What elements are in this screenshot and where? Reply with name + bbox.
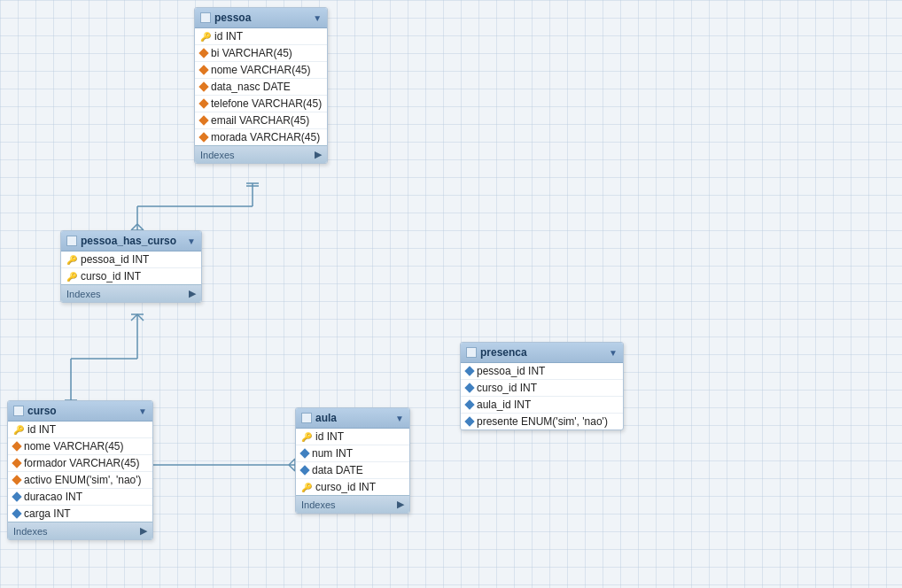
svg-line-18 [289, 459, 295, 465]
diamond-icon [299, 448, 309, 458]
table-row: 🔑 pessoa_id INT [61, 251, 201, 268]
diamond-icon [464, 416, 474, 426]
table-icon [66, 236, 77, 246]
table-row: 🔑 id INT [296, 429, 409, 445]
key-icon: 🔑 [301, 432, 312, 442]
pessoa-indexes-arrow: ▶ [315, 149, 322, 160]
pessoa-menu-arrow[interactable]: ▼ [313, 13, 322, 23]
table-icon [466, 347, 477, 358]
pessoa-table: pessoa ▼ 🔑 id INT bi VARCHAR(45) nome VA… [194, 7, 328, 164]
diamond-icon [12, 441, 21, 451]
col-text: curso_id INT [315, 481, 376, 493]
col-text: bi VARCHAR(45) [211, 47, 292, 59]
col-text: duracao INT [24, 491, 82, 503]
table-row: curso_id INT [461, 380, 623, 397]
table-icon [200, 12, 211, 23]
key-red-icon: 🔑 [66, 255, 77, 265]
col-text: pessoa_id INT [477, 365, 545, 377]
pessoa-has-curso-table-body: 🔑 pessoa_id INT 🔑 curso_id INT [61, 251, 201, 284]
col-text: nome VARCHAR(45) [211, 64, 310, 76]
svg-line-5 [131, 224, 137, 230]
key-red-icon: 🔑 [66, 272, 77, 282]
presenca-table-body: pessoa_id INT curso_id INT aula_id INT p… [461, 363, 623, 429]
pessoa-has-curso-indexes-arrow: ▶ [189, 288, 196, 299]
col-text: id INT [214, 30, 243, 43]
table-row: activo ENUM('sim', 'nao') [8, 472, 152, 489]
diamond-icon [198, 48, 208, 58]
aula-table-header[interactable]: aula ▼ [296, 408, 409, 429]
diamond-icon [12, 508, 21, 518]
col-text: curso_id INT [81, 270, 141, 282]
curso-table-header[interactable]: curso ▼ [8, 401, 152, 422]
col-text: curso_id INT [477, 382, 537, 394]
col-text: id INT [315, 430, 344, 443]
col-text: email VARCHAR(45) [211, 114, 309, 127]
svg-line-13 [137, 314, 144, 321]
table-row: email VARCHAR(45) [195, 112, 327, 129]
col-text: telefone VARCHAR(45) [211, 97, 322, 110]
aula-indexes-label: Indexes [301, 499, 336, 510]
pessoa-indexes-label: Indexes [200, 150, 235, 160]
key-red-icon: 🔑 [301, 483, 312, 492]
svg-line-12 [131, 314, 137, 321]
aula-table-body: 🔑 id INT num INT data DATE 🔑 curso_id IN… [296, 429, 409, 495]
diamond-icon [12, 458, 21, 468]
table-row: duracao INT [8, 489, 152, 506]
diamond-icon [198, 98, 208, 108]
pessoa-has-curso-indexes-row[interactable]: Indexes ▶ [61, 284, 201, 302]
pessoa-has-curso-table-name: pessoa_has_curso [81, 235, 176, 247]
table-row: 🔑 id INT [195, 28, 327, 45]
svg-line-6 [137, 224, 144, 230]
curso-table: curso ▼ 🔑 id INT nome VARCHAR(45) formad… [7, 400, 153, 540]
col-text: pessoa_id INT [81, 253, 149, 266]
col-text: morada VARCHAR(45) [211, 131, 320, 143]
aula-menu-arrow[interactable]: ▼ [395, 414, 404, 423]
diamond-icon [299, 465, 309, 475]
pessoa-table-header[interactable]: pessoa ▼ [195, 8, 327, 28]
col-text: activo ENUM('sim', 'nao') [24, 474, 142, 486]
table-row: aula_id INT [461, 397, 623, 414]
diamond-icon [12, 491, 21, 501]
curso-indexes-row[interactable]: Indexes ▶ [8, 522, 152, 539]
table-row: nome VARCHAR(45) [8, 438, 152, 455]
table-row: 🔑 curso_id INT [61, 268, 201, 284]
curso-table-body: 🔑 id INT nome VARCHAR(45) formador VARCH… [8, 422, 152, 522]
pessoa-has-curso-table: pessoa_has_curso ▼ 🔑 pessoa_id INT 🔑 cur… [60, 230, 202, 303]
diamond-icon [12, 475, 21, 484]
table-row: morada VARCHAR(45) [195, 129, 327, 145]
col-text: data_nasc DATE [211, 81, 291, 93]
presenca-menu-arrow[interactable]: ▼ [609, 348, 618, 358]
presenca-table-name: presenca [480, 346, 527, 359]
pessoa-has-curso-table-header[interactable]: pessoa_has_curso ▼ [61, 231, 201, 251]
presenca-table-header[interactable]: presenca ▼ [461, 343, 623, 363]
curso-indexes-arrow: ▶ [140, 525, 147, 537]
diamond-icon [464, 366, 474, 375]
col-text: id INT [27, 423, 56, 436]
table-icon [13, 406, 24, 416]
table-row: 🔑 id INT [8, 422, 152, 438]
table-row: 🔑 curso_id INT [296, 479, 409, 495]
table-row: data_nasc DATE [195, 79, 327, 96]
aula-indexes-row[interactable]: Indexes ▶ [296, 495, 409, 513]
table-row: formador VARCHAR(45) [8, 455, 152, 472]
curso-table-name: curso [27, 405, 57, 417]
table-icon [301, 413, 312, 423]
table-row: presente ENUM('sim', 'nao') [461, 414, 623, 429]
col-text: data DATE [312, 464, 363, 476]
pessoa-indexes-row[interactable]: Indexes ▶ [195, 145, 327, 163]
diamond-icon [198, 65, 208, 74]
table-row: pessoa_id INT [461, 363, 623, 380]
pessoa-table-body: 🔑 id INT bi VARCHAR(45) nome VARCHAR(45)… [195, 28, 327, 145]
col-text: carga INT [24, 507, 71, 520]
pessoa-has-curso-indexes-label: Indexes [66, 289, 101, 299]
curso-menu-arrow[interactable]: ▼ [138, 406, 147, 416]
col-text: aula_id INT [477, 398, 531, 411]
svg-line-19 [289, 465, 295, 471]
pessoa-has-curso-menu-arrow[interactable]: ▼ [187, 236, 196, 246]
diamond-icon [198, 81, 208, 91]
col-text: formador VARCHAR(45) [24, 457, 139, 469]
col-text: nome VARCHAR(45) [24, 440, 123, 453]
aula-indexes-arrow: ▶ [397, 499, 404, 510]
table-row: nome VARCHAR(45) [195, 62, 327, 79]
table-row: bi VARCHAR(45) [195, 45, 327, 62]
